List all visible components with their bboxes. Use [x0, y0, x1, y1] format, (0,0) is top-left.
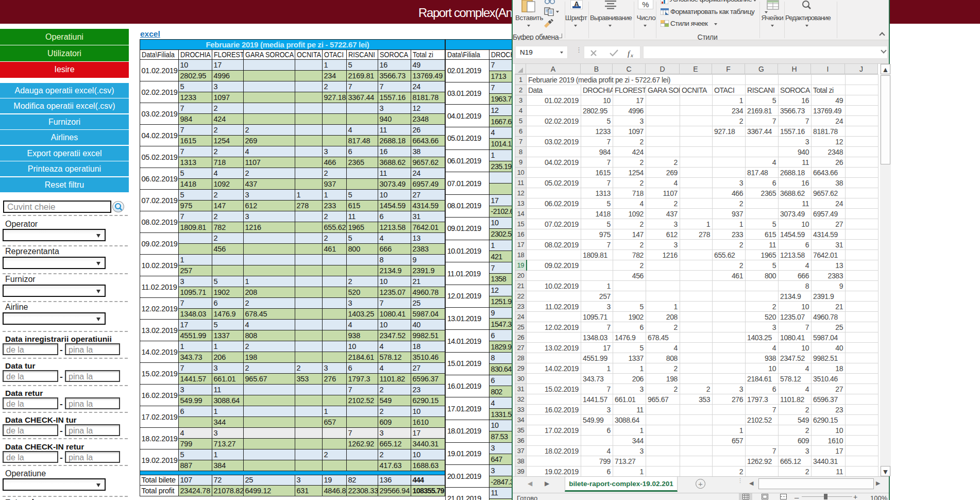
svg-text:x: x	[630, 52, 633, 58]
